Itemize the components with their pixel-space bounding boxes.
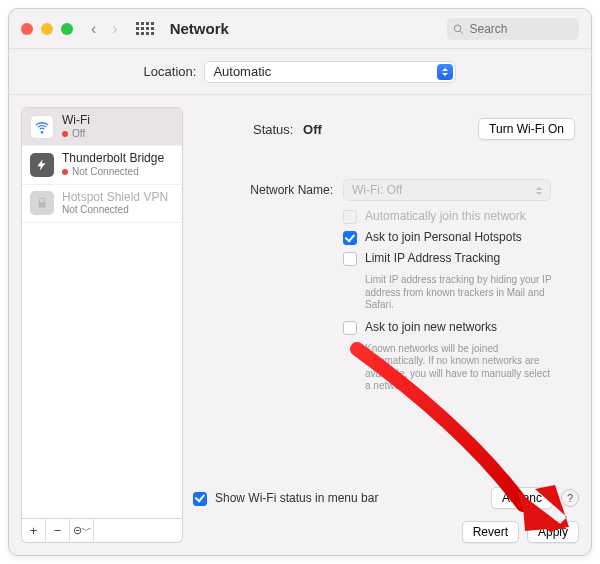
network-actions-menu[interactable]: ⊝﹀ [70,519,94,543]
add-network-button[interactable]: + [22,519,46,543]
network-name-select: Wi-Fi: Off [343,179,551,201]
window-title: Network [170,20,229,37]
svg-line-1 [460,30,463,33]
limit-ip-checkbox[interactable] [343,252,357,266]
chevron-updown-icon [532,184,546,198]
back-button[interactable]: ‹ [83,18,104,40]
search-input[interactable] [468,21,574,37]
body: Wi-Fi Off Thunderbolt Bridge Not Connect… [9,95,591,555]
search-icon [453,23,464,35]
ask-new-label: Ask to join new networks [365,320,497,334]
limit-ip-help: Limit IP address tracking by hiding your… [365,274,555,312]
status-value: Off [303,122,322,137]
turn-wifi-on-button[interactable]: Turn Wi-Fi On [478,118,575,140]
network-name-label: Network Name: [193,183,343,197]
auto-join-label: Automatically join this network [365,209,526,223]
sidebar-item-thunderbolt[interactable]: Thunderbolt Bridge Not Connected [22,146,182,184]
chevron-updown-icon [437,64,453,80]
sidebar: Wi-Fi Off Thunderbolt Bridge Not Connect… [21,107,183,543]
titlebar: ‹ › Network [9,9,591,49]
sidebar-item-hotspot-vpn[interactable]: Hotspot Shield VPN Not Connected [22,185,182,223]
personal-hotspots-label: Ask to join Personal Hotspots [365,230,522,244]
sidebar-footer: + − ⊝﹀ [21,519,183,543]
status-dot-icon [62,131,68,137]
svg-point-0 [454,25,461,32]
status-label: Status: [253,122,293,137]
location-row: Location: Automatic [9,49,591,95]
auto-join-row: Automatically join this network [343,209,579,224]
limit-ip-label: Limit IP Address Tracking [365,251,500,265]
advanced-button[interactable]: Advanc [491,487,553,509]
location-value: Automatic [213,64,271,79]
network-name-value: Wi-Fi: Off [352,183,402,197]
location-label: Location: [144,64,197,79]
network-list: Wi-Fi Off Thunderbolt Bridge Not Connect… [21,107,183,519]
sidebar-item-label: Wi-Fi [62,114,90,128]
ask-new-row: Ask to join new networks [343,320,579,335]
ask-new-checkbox[interactable] [343,321,357,335]
sidebar-item-label: Hotspot Shield VPN [62,191,168,205]
personal-hotspots-checkbox[interactable] [343,231,357,245]
revert-button[interactable]: Revert [462,521,519,543]
menubar-row: Show Wi-Fi status in menu bar Advanc ? [193,487,579,509]
ask-new-help: Known networks will be joined automatica… [365,343,555,393]
bottom-area: Show Wi-Fi status in menu bar Advanc ? R… [193,487,579,543]
show-menubar-label: Show Wi-Fi status in menu bar [215,491,378,505]
content: Status: Off Turn Wi-Fi On Network Name: … [193,107,579,543]
show-all-icon[interactable] [136,22,154,35]
status-dot-icon [62,169,68,175]
window-controls [21,23,73,35]
zoom-icon[interactable] [61,23,73,35]
network-prefs-window: ‹ › Network Location: Automatic [8,8,592,556]
close-icon[interactable] [21,23,33,35]
status-row: Status: Off Turn Wi-Fi On [193,107,579,151]
minimize-icon[interactable] [41,23,53,35]
action-row: Revert Apply [193,521,579,543]
network-name-row: Network Name: Wi-Fi: Off [193,179,579,201]
wifi-icon [30,115,54,139]
thunderbolt-icon [30,153,54,177]
remove-network-button[interactable]: − [46,519,70,543]
sidebar-item-wifi[interactable]: Wi-Fi Off [22,108,182,146]
location-select[interactable]: Automatic [204,61,456,83]
sidebar-item-label: Thunderbolt Bridge [62,152,164,166]
auto-join-checkbox [343,210,357,224]
personal-hotspots-row: Ask to join Personal Hotspots [343,230,579,245]
limit-ip-row: Limit IP Address Tracking [343,251,579,266]
forward-button: › [104,18,125,40]
apply-button[interactable]: Apply [527,521,579,543]
lock-icon [30,191,54,215]
help-button[interactable]: ? [561,489,579,507]
search-field[interactable] [447,18,579,40]
show-menubar-checkbox[interactable] [193,492,207,506]
